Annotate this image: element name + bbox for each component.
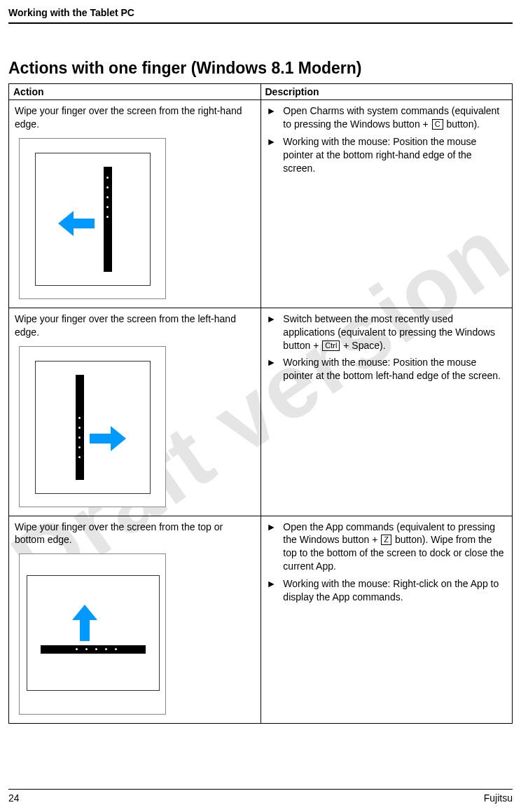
- header-rule: [8, 22, 513, 24]
- description-text: Switch between the most recently used ap…: [283, 312, 506, 352]
- keyboard-key: Z: [381, 535, 391, 545]
- table-row: Wipe your finger over the screen from th…: [9, 308, 513, 516]
- page-number: 24: [8, 792, 20, 804]
- bullet-marker-icon: ►: [267, 104, 277, 131]
- gesture-table: Action Description Wipe your finger over…: [8, 83, 513, 724]
- bullet-marker-icon: ►: [267, 135, 277, 175]
- description-text: Working with the mouse: Position the mou…: [283, 135, 506, 175]
- action-cell: Wipe your finger over the screen from th…: [9, 308, 261, 516]
- column-header-description: Description: [260, 84, 513, 100]
- action-text: Wipe your finger over the screen from th…: [15, 312, 255, 339]
- footer-rule: [8, 789, 513, 790]
- action-text: Wipe your finger over the screen from th…: [15, 521, 255, 547]
- description-cell: ►Open Charms with system commands (equiv…: [260, 100, 513, 308]
- page-footer: 24 Fujitsu: [8, 789, 513, 804]
- description-text: Open the App commands (equivalent to pre…: [283, 521, 506, 574]
- gesture-diagram-swipe-left-edge: [19, 346, 166, 507]
- section-heading: Actions with one finger (Windows 8.1 Mod…: [8, 59, 513, 78]
- gesture-diagram-swipe-right-edge: [19, 138, 166, 299]
- description-item: ►Working with the mouse: Position the mo…: [267, 356, 507, 383]
- description-cell: ►Open the App commands (equivalent to pr…: [260, 516, 513, 724]
- keyboard-key: Ctrl: [322, 340, 340, 351]
- action-text: Wipe your finger over the screen from th…: [15, 104, 255, 131]
- action-cell: Wipe your finger over the screen from th…: [9, 100, 261, 308]
- action-cell: Wipe your finger over the screen from th…: [9, 516, 261, 724]
- description-text: Working with the mouse: Position the mou…: [283, 356, 506, 383]
- description-text: Open Charms with system commands (equiva…: [283, 104, 506, 131]
- description-item: ►Working with the mouse: Right-click on …: [267, 577, 507, 604]
- bullet-marker-icon: ►: [267, 312, 277, 352]
- keyboard-key: C: [432, 119, 443, 130]
- description-cell: ►Switch between the most recently used a…: [260, 308, 513, 516]
- description-item: ►Open Charms with system commands (equiv…: [267, 104, 507, 131]
- bullet-marker-icon: ►: [267, 356, 277, 383]
- description-text: Working with the mouse: Right-click on t…: [283, 577, 506, 604]
- gesture-diagram-swipe-top-bottom: [19, 553, 166, 715]
- bullet-marker-icon: ►: [267, 577, 277, 604]
- table-row: Wipe your finger over the screen from th…: [9, 100, 513, 308]
- description-item: ►Open the App commands (equivalent to pr…: [267, 521, 507, 574]
- footer-brand: Fujitsu: [484, 792, 513, 804]
- description-item: ►Working with the mouse: Position the mo…: [267, 135, 507, 175]
- table-row: Wipe your finger over the screen from th…: [9, 516, 513, 724]
- running-header: Working with the Tablet PC: [8, 7, 513, 22]
- column-header-action: Action: [9, 84, 261, 100]
- bullet-marker-icon: ►: [267, 521, 277, 574]
- description-item: ►Switch between the most recently used a…: [267, 312, 507, 352]
